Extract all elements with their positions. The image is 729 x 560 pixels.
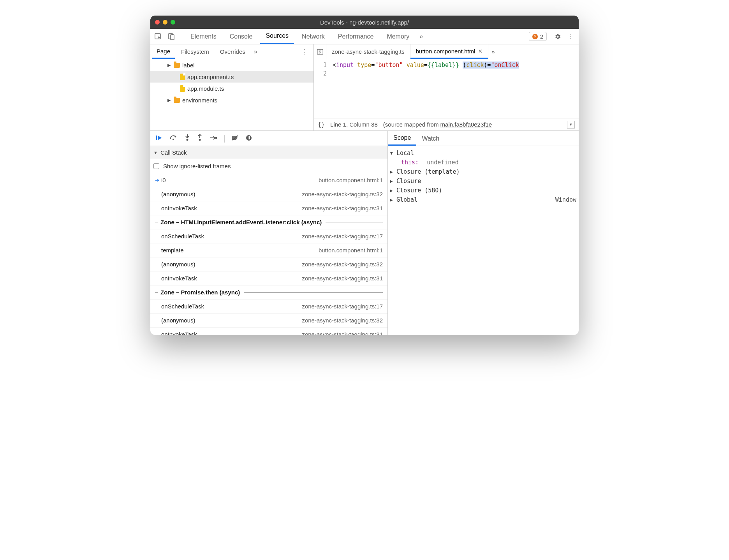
tabs-overflow-button[interactable]: » [417, 29, 425, 44]
file-icon [180, 85, 185, 92]
close-tab-icon[interactable]: ✕ [478, 48, 482, 54]
file-tree: ▶ label app.component.ts app.module.ts ▶… [150, 59, 313, 130]
tab-memory[interactable]: Memory [381, 29, 415, 44]
toggle-navigator-icon[interactable] [314, 44, 326, 59]
callstack-frame[interactable]: onScheduleTaskzone-async-stack-tagging.t… [150, 229, 387, 243]
deactivate-breakpoints-icon[interactable] [232, 135, 239, 143]
svg-rect-5 [156, 136, 157, 140]
navigator-tab-overrides[interactable]: Overrides [215, 44, 250, 59]
svg-rect-2 [171, 35, 174, 40]
device-toggle-icon[interactable] [166, 31, 177, 42]
tree-file-app-component[interactable]: app.component.ts [150, 71, 313, 83]
scope-tabbar: Scope Watch [388, 131, 579, 146]
editor-tabs-overflow[interactable]: » [488, 44, 498, 59]
editor-details-toggle-icon[interactable]: ▾ [567, 121, 575, 129]
callstack-frame[interactable]: ➔i0button.component.html:1 [150, 173, 387, 187]
tab-network[interactable]: Network [296, 29, 330, 44]
callstack-frame[interactable]: onInvokeTaskzone-async-stack-tagging.ts:… [150, 328, 387, 335]
debugger-pane: ▼ Call Stack Show ignore-listed frames ➔… [150, 131, 579, 335]
code-editor[interactable]: 12 <input type="button" value={{label}} … [314, 59, 579, 118]
navigator-tabs-overflow[interactable]: » [252, 48, 260, 55]
callstack-frame[interactable]: templatebutton.component.html:1 [150, 243, 387, 257]
step-out-icon[interactable] [197, 134, 202, 143]
scope-tree: ▼Local this: undefined ▶Closure (templat… [388, 146, 579, 335]
navigator-tab-page[interactable]: Page [152, 44, 175, 59]
scope-panel: Scope Watch ▼Local this: undefined ▶Clos… [388, 131, 579, 335]
checkbox-icon[interactable] [153, 163, 159, 169]
line-gutter: 12 [314, 59, 330, 118]
scope-closure-580[interactable]: ▶Closure (580) [390, 186, 576, 195]
folder-icon [174, 63, 180, 68]
scope-local[interactable]: ▼Local [390, 148, 576, 158]
error-icon: ✕ [532, 34, 538, 39]
window-title: DevTools - ng-devtools.netlify.app/ [150, 19, 579, 26]
callstack-frame[interactable]: onInvokeTaskzone-async-stack-tagging.ts:… [150, 271, 387, 285]
svg-rect-3 [317, 49, 323, 54]
source-map-info: (source mapped from main.fa8bfa0e23f1e [383, 121, 492, 128]
folder-icon [174, 98, 180, 103]
inspect-icon[interactable] [153, 31, 164, 42]
editor-tabbar: zone-async-stack-tagging.ts button.compo… [314, 44, 579, 59]
callstack-frames: ➔i0button.component.html:1(anonymous)zon… [150, 173, 387, 335]
tab-watch[interactable]: Watch [416, 131, 445, 146]
tab-performance[interactable]: Performance [333, 29, 379, 44]
pretty-print-icon[interactable]: {} [318, 121, 325, 128]
chevron-down-icon: ▼ [153, 150, 157, 155]
callstack-frame[interactable]: (anonymous)zone-async-stack-tagging.ts:3… [150, 187, 387, 201]
editor-tab-zone[interactable]: zone-async-stack-tagging.ts [326, 44, 410, 59]
sources-upper-pane: Page Filesystem Overrides » ⋮ ▶ label ap… [150, 44, 579, 131]
chevron-right-icon: ▶ [167, 98, 171, 103]
step-over-icon[interactable] [170, 135, 178, 143]
step-into-icon[interactable] [185, 134, 190, 143]
svg-point-6 [173, 139, 174, 140]
editor-tab-button-component[interactable]: button.component.html ✕ [410, 44, 489, 59]
debugger-toolbar [150, 131, 387, 146]
file-icon [180, 74, 185, 80]
devtools-window: DevTools - ng-devtools.netlify.app/ Elem… [150, 16, 579, 335]
step-icon[interactable] [210, 135, 217, 142]
callstack-frame[interactable]: onInvokeTaskzone-async-stack-tagging.ts:… [150, 201, 387, 215]
svg-rect-13 [249, 136, 250, 139]
callstack-frame[interactable]: onScheduleTaskzone-async-stack-tagging.t… [150, 299, 387, 313]
main-tabbar: Elements Console Sources Network Perform… [150, 29, 579, 44]
resume-icon[interactable] [156, 135, 163, 143]
kebab-menu-icon[interactable]: ⋮ [565, 31, 576, 42]
chevron-right-icon: ▶ [167, 63, 171, 68]
callstack-async-group: Zone – Promise.then (async) [150, 285, 387, 299]
callstack-frame[interactable]: (anonymous)zone-async-stack-tagging.ts:3… [150, 313, 387, 328]
code-body[interactable]: <input type="button" value={{label}} (cl… [330, 59, 579, 118]
svg-point-9 [215, 137, 217, 139]
tab-elements[interactable]: Elements [185, 29, 222, 44]
pause-exceptions-icon[interactable] [246, 135, 252, 143]
callstack-frame[interactable]: (anonymous)zone-async-stack-tagging.ts:3… [150, 257, 387, 271]
tab-scope[interactable]: Scope [388, 131, 416, 146]
error-count-badge[interactable]: ✕ 2 [529, 32, 547, 41]
svg-point-11 [246, 135, 252, 141]
navigator-more-icon[interactable]: ⋮ [296, 47, 312, 56]
scope-closure[interactable]: ▶Closure [390, 176, 576, 186]
scope-closure-template[interactable]: ▶Closure (template) [390, 167, 576, 176]
callstack-async-group: Zone – HTMLInputElement.addEventListener… [150, 215, 387, 229]
callstack-panel: ▼ Call Stack Show ignore-listed frames ➔… [150, 131, 388, 335]
titlebar: DevTools - ng-devtools.netlify.app/ [150, 16, 579, 29]
tree-folder-label[interactable]: ▶ label [150, 59, 313, 71]
navigator-tab-filesystem[interactable]: Filesystem [176, 44, 214, 59]
svg-rect-12 [248, 136, 248, 139]
tree-file-app-module[interactable]: app.module.ts [150, 83, 313, 94]
settings-icon[interactable] [552, 31, 563, 42]
svg-point-7 [187, 139, 188, 141]
tab-console[interactable]: Console [224, 29, 258, 44]
cursor-position: Line 1, Column 38 [330, 121, 378, 128]
callstack-header[interactable]: ▼ Call Stack [150, 146, 387, 159]
scope-global[interactable]: ▶GlobalWindow [390, 195, 576, 204]
scope-this[interactable]: this: undefined [390, 158, 576, 167]
svg-point-8 [199, 139, 201, 141]
source-map-link[interactable]: main.fa8bfa0e23f1e [440, 121, 492, 128]
error-count: 2 [540, 33, 543, 40]
editor-status-bar: {} Line 1, Column 38 (source mapped from… [314, 118, 579, 130]
ignore-listed-toggle[interactable]: Show ignore-listed frames [150, 159, 387, 173]
tab-sources[interactable]: Sources [260, 29, 294, 44]
tree-folder-environments[interactable]: ▶ environments [150, 94, 313, 106]
navigator-panel: Page Filesystem Overrides » ⋮ ▶ label ap… [150, 44, 314, 130]
navigator-tabbar: Page Filesystem Overrides » ⋮ [150, 44, 313, 59]
